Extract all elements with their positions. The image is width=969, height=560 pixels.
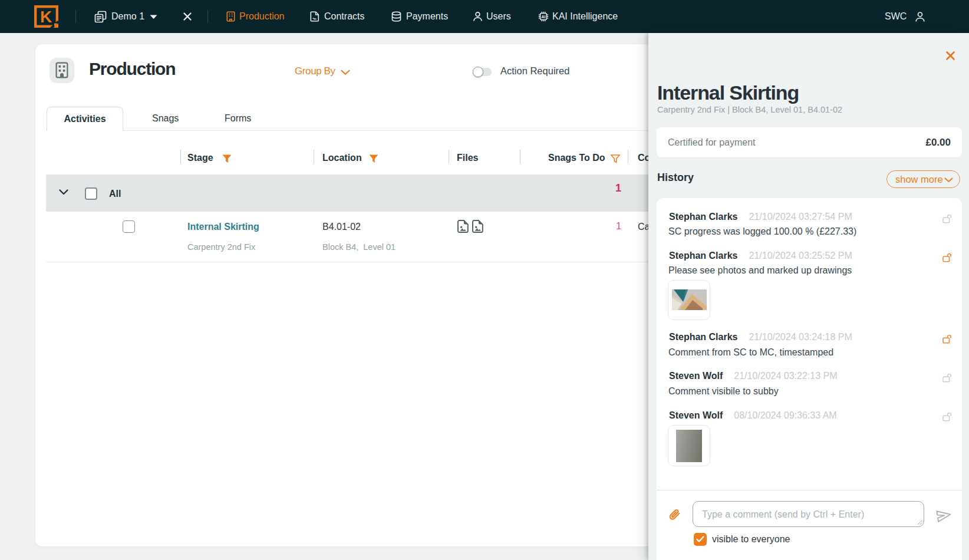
svg-text:K: K [40,8,52,26]
svg-text:AI: AI [542,15,546,19]
